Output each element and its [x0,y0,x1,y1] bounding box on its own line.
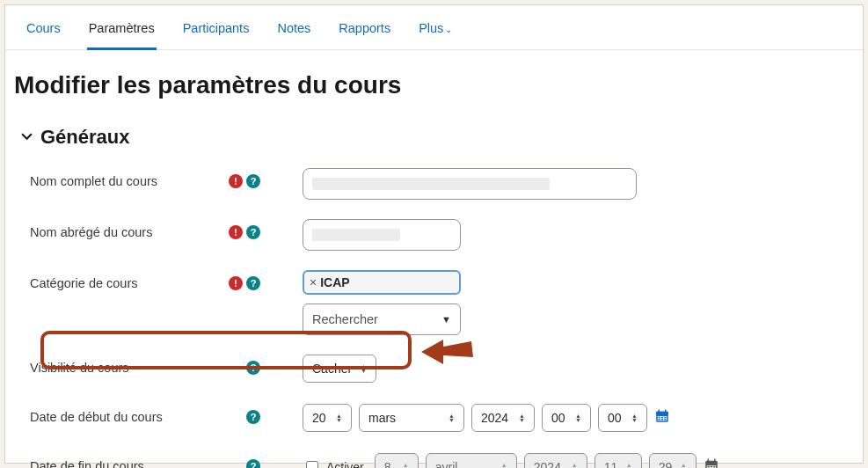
start-min-value: 00 [608,411,622,425]
spinner-icon: ▲▼ [449,413,455,422]
remove-tag-icon[interactable]: × [310,275,317,289]
end-month-select: avril ▲▼ [426,453,517,468]
tab-more-label: Plus [419,21,443,35]
help-icon[interactable]: ? [246,174,260,188]
svg-rect-10 [664,419,666,420]
tab-participants[interactable]: Participants [181,16,252,49]
svg-rect-16 [711,465,712,467]
shortname-input[interactable] [303,219,461,251]
fullname-input[interactable] [303,168,637,200]
tab-settings[interactable]: Paramètres [87,16,157,50]
svg-rect-13 [707,458,709,462]
visibility-value: Cacher [312,362,352,376]
enddate-enable-checkbox[interactable] [306,461,318,468]
spinner-icon: ▲▼ [681,463,687,468]
spinner-icon: ▲▼ [336,413,342,422]
start-year-select[interactable]: 2024 ▲▼ [471,404,535,432]
spinner-icon: ▲▼ [626,463,632,468]
spinner-icon: ▲▼ [501,463,507,468]
category-search-select[interactable]: Rechercher ▼ [303,303,461,335]
start-month-select[interactable]: mars ▲▼ [359,404,464,432]
section-general-toggle[interactable]: Généraux [21,126,854,149]
svg-rect-1 [656,411,668,414]
tab-reports[interactable]: Rapports [337,16,392,49]
svg-rect-9 [661,419,663,420]
start-month-value: mars [368,411,396,425]
help-icon[interactable]: ? [246,459,260,468]
chevron-down-icon [21,130,33,144]
end-min-select: 29 ▲▼ [649,453,697,468]
spinner-icon: ▲▼ [519,413,525,422]
label-enddate: Date de fin du cours [30,459,144,468]
start-hour-value: 00 [551,411,565,425]
start-min-select[interactable]: 00 ▲▼ [598,404,647,432]
svg-rect-7 [664,416,666,418]
spinner-icon: ▲▼ [361,364,367,373]
tab-more[interactable]: Plus⌄ [417,16,454,49]
required-icon: ! [229,225,243,239]
label-shortname: Nom abrégé du cours [30,225,152,239]
svg-rect-15 [707,465,709,467]
end-day-select: 8 ▲▼ [375,453,419,468]
spinner-icon: ▲▼ [403,463,409,468]
svg-rect-5 [659,416,660,418]
calendar-icon[interactable] [654,408,670,428]
tab-grades[interactable]: Notes [275,16,312,49]
label-startdate: Date de début du cours [30,410,163,424]
visibility-select[interactable]: Cacher ▲▼ [303,355,376,383]
help-icon[interactable]: ? [246,225,260,239]
redacted-text [312,178,550,190]
spinner-icon: ▲▼ [575,413,581,422]
svg-rect-14 [714,458,716,462]
svg-rect-6 [661,416,663,418]
page-title: Modifier les paramètres du cours [5,50,863,106]
help-icon[interactable]: ? [246,410,260,424]
chevron-down-icon: ⌄ [445,25,452,34]
redacted-text [312,229,400,241]
start-day-select[interactable]: 20 ▲▼ [303,404,352,432]
end-hour-select: 11 ▲▼ [594,453,642,468]
svg-rect-17 [713,465,715,467]
label-fullname: Nom complet du cours [30,174,157,188]
category-tag-label: ICAP [320,275,349,289]
end-hour-value: 11 [604,460,618,468]
required-icon: ! [229,276,243,290]
start-day-value: 20 [312,411,326,425]
required-icon: ! [229,174,243,188]
label-visibility: Visibilité du cours [30,361,129,375]
help-icon[interactable]: ? [246,276,260,290]
label-category: Catégorie de cours [30,276,138,290]
enddate-enable-label: Activer [326,460,364,468]
svg-rect-8 [659,419,660,420]
spinner-icon: ▲▼ [572,463,578,468]
end-year-value: 2024 [534,460,561,468]
section-general-title: Généraux [40,126,130,149]
end-day-value: 8 [384,460,391,468]
end-month-value: avril [435,460,458,468]
spinner-icon: ▲▼ [631,413,638,422]
dropdown-icon: ▼ [441,314,451,325]
start-hour-select[interactable]: 00 ▲▼ [542,404,591,432]
enddate-enable-toggle[interactable]: Activer [303,458,364,468]
calendar-icon [704,457,719,469]
svg-rect-2 [659,409,660,413]
end-year-select: 2024 ▲▼ [524,453,587,468]
course-tabs: Cours Paramètres Participants Notes Rapp… [5,5,863,50]
end-min-value: 29 [659,460,673,468]
category-tag[interactable]: × ICAP [303,270,461,295]
category-search-placeholder: Rechercher [312,312,378,326]
start-year-value: 2024 [481,411,508,425]
svg-rect-3 [665,409,667,413]
tab-course[interactable]: Cours [25,16,62,49]
help-icon[interactable]: ? [246,361,260,375]
